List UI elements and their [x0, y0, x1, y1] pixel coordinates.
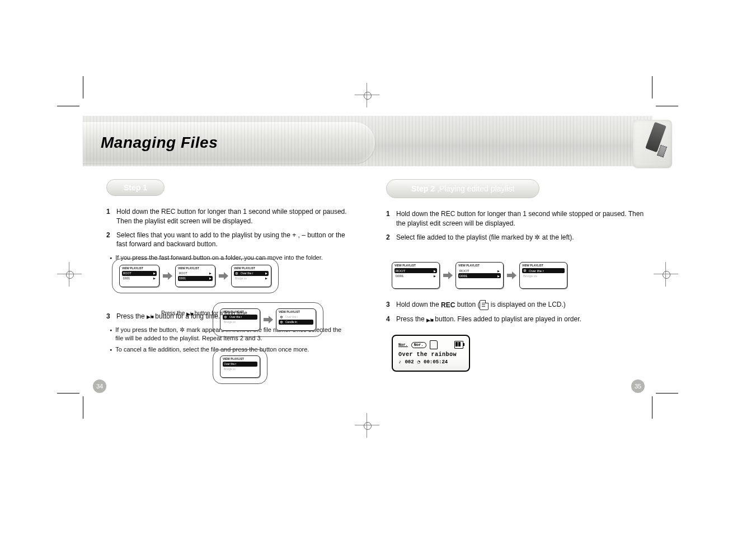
step-number: 2 [106, 231, 116, 250]
right-column: Step 2 ,Playing edited playlist 1 Hold d… [386, 179, 649, 329]
crop-mark [656, 393, 678, 394]
step-number: 4 [386, 315, 396, 324]
arrow-right-icon [163, 271, 172, 280]
crop-mark [83, 76, 83, 99]
lcd-sequence-1: VIEW PLAYLIST ROOT D001 VIEW PLAYLIST RO… [112, 259, 279, 293]
left-note-3-text: To cancel a file addition, select the fi… [115, 345, 309, 354]
step2-label: Step 2 ,Playing edited playlist [386, 179, 539, 198]
nor-indicator: Nor. [411, 342, 426, 348]
lcd-sequence-2: VIEW PLAYLIST Over the r Bridge ov VIEW … [213, 302, 323, 337]
right-step-3-text: Hold down the REC button ( is displayed … [396, 300, 649, 310]
clock-icon [417, 359, 420, 365]
crop-mark [656, 106, 678, 106]
page-number-right: 35 [631, 380, 645, 393]
text-fragment: Press the [116, 312, 147, 320]
right-step-3: 3 Hold down the REC button ( is displaye… [386, 300, 649, 310]
step-number: 3 [386, 300, 396, 310]
lcd-sequence-right: VIEW PLAYLIST ROOT D001 VIEW PLAYLIST RO… [392, 262, 567, 289]
note-icon [398, 359, 401, 365]
play-stop-icon [186, 311, 193, 317]
crop-mark [652, 76, 652, 99]
registration-mark [360, 419, 374, 432]
battery-icon [454, 341, 463, 349]
step1-label: Step 1 [106, 179, 165, 196]
btn-caption: Press the button for a long time. [161, 310, 248, 317]
lcd-screen: VIEW PLAYLIST Over the r Bridge ov [231, 265, 271, 287]
page-number-left: 34 [93, 380, 106, 393]
right-step-2-text: Select file added to the playlist (file … [396, 233, 649, 242]
arrow-right-icon [443, 271, 452, 280]
arrow-right-icon [507, 271, 516, 280]
registration-mark [360, 88, 374, 102]
device-icon [633, 120, 672, 168]
lcd-screen: VIEW PLAYLIST ROOT D001 [119, 265, 159, 287]
player-track-title: Over the rainbow [398, 352, 463, 358]
right-step-1-text: Hold down the REC button for longer than… [396, 209, 649, 228]
step-number: 3 [106, 312, 116, 321]
right-step-2: 2 Select file added to the playlist (fil… [386, 233, 649, 242]
step-number: 1 [386, 209, 396, 228]
step2-label-rest: ,Playing edited playlist [437, 184, 515, 193]
lcd-screen: VIEW PLAYLIST Over the r Bridge ov [519, 262, 567, 289]
player-time: 00:05:24 [424, 359, 448, 365]
right-step-1: 1 Hold down the REC button for longer th… [386, 209, 649, 228]
player-lcd: Nor. Nor. Over the rainbow 002 00:05:24 [392, 335, 470, 372]
arrow-right-icon [264, 315, 273, 324]
left-step-2: 2 Select files that you want to add to t… [106, 231, 347, 250]
lcd-screen: VIEW PLAYLIST Over the r Candle in [276, 308, 316, 331]
page-icon [480, 300, 489, 310]
player-track-index: 002 [405, 359, 414, 365]
arrow-right-icon [219, 271, 228, 280]
crop-mark [83, 396, 83, 419]
lcd-screen: VIEW PLAYLIST ROOT D001 [392, 262, 440, 289]
left-step-1-text: Hold down the REC button for longer than… [116, 207, 347, 226]
registration-mark [63, 268, 76, 281]
nor-indicator: Nor. [398, 343, 408, 347]
crop-mark [57, 106, 79, 106]
step-number: 2 [386, 233, 396, 242]
crop-mark [652, 396, 652, 419]
lcd-screen: VIEW PLAYLIST ROOT D001 [175, 265, 215, 287]
left-step-2-text: Select files that you want to add to the… [116, 231, 347, 250]
lcd-screen: VIEW PLAYLIST Over the r Bridge ov [220, 355, 260, 378]
right-step-4-text: Press the button. Files added to playlis… [396, 315, 649, 324]
play-stop-icon [426, 315, 433, 325]
left-step-1: 1 Hold down the REC button for longer th… [106, 207, 347, 226]
lcd-sequence-3: VIEW PLAYLIST Over the r Bridge ov [213, 349, 267, 384]
lcd-screen: VIEW PLAYLIST ROOT D001 [456, 262, 504, 289]
page-title: Managing Files [83, 122, 375, 163]
crop-mark [57, 393, 79, 394]
rec-icon: REC [441, 301, 455, 310]
registration-mark [659, 268, 673, 281]
step2-label-bold: Step 2 [411, 184, 437, 193]
card-icon [430, 340, 438, 349]
right-step-4: 4 Press the button. Files added to playl… [386, 315, 649, 324]
play-stop-icon [147, 312, 153, 321]
